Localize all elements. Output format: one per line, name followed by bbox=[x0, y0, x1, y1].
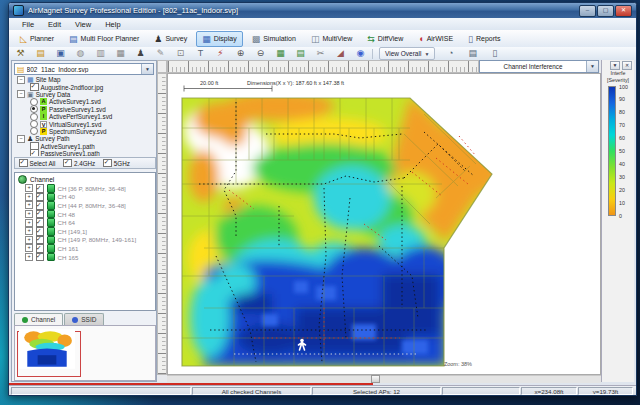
zoom-out-icon[interactable]: ⊖ bbox=[255, 48, 266, 59]
toolbar-button-diffview[interactable]: ⇆DiffView bbox=[361, 31, 409, 47]
channel-label: CH 161 bbox=[58, 245, 79, 252]
expand-toggle[interactable] bbox=[25, 201, 33, 209]
channel-label: CH [149 P, 80MHz, 149-161] bbox=[58, 236, 137, 243]
channel-list: CH [36 P, 80MHz, 36-48]CH 40CH [44 P, 80… bbox=[15, 184, 155, 261]
checkbox[interactable] bbox=[30, 83, 39, 92]
compass-icon[interactable]: ◔ bbox=[445, 48, 456, 59]
channel-root[interactable]: Channel bbox=[15, 173, 155, 184]
toolbar-button-multi-floor-planner[interactable]: ▤Multi Floor Planner bbox=[63, 31, 145, 47]
expand-toggle[interactable] bbox=[25, 244, 33, 252]
checkbox[interactable] bbox=[103, 159, 112, 168]
survey-icon: ♟ bbox=[154, 34, 162, 44]
survey-data-icon: ▣ bbox=[27, 91, 34, 98]
scissors-icon[interactable]: ✂ bbox=[315, 48, 326, 59]
status-selected-aps: Selected APs: 12 bbox=[312, 387, 441, 395]
expand-toggle[interactable] bbox=[17, 76, 25, 84]
expand-toggle[interactable] bbox=[25, 236, 33, 244]
print-map-icon[interactable]: ▤ bbox=[467, 48, 478, 59]
alert-icon[interactable]: ⚡ bbox=[215, 48, 226, 59]
channel-item[interactable]: CH 165 bbox=[15, 253, 155, 262]
filter-2-4ghz[interactable]: 2.4GHz bbox=[63, 159, 95, 168]
expand-toggle[interactable] bbox=[17, 135, 25, 143]
close-button[interactable]: ✕ bbox=[615, 5, 632, 17]
zoom-in-icon[interactable]: ⊕ bbox=[235, 48, 246, 59]
maximize-button[interactable]: ▢ bbox=[597, 5, 614, 17]
tools-icon[interactable]: ⚒ bbox=[15, 48, 26, 59]
menu-file[interactable]: File bbox=[15, 20, 41, 29]
tree-item-label: ActiveSurvey1.path bbox=[41, 143, 95, 150]
menu-view[interactable]: View bbox=[68, 20, 98, 29]
legend-close-button[interactable]: ✕ bbox=[622, 61, 632, 70]
tree-item-passivesurvey1-path[interactable]: PassiveSurvey1.path bbox=[14, 150, 156, 156]
checkbox[interactable] bbox=[36, 253, 45, 262]
toolbar-button-planner[interactable]: ◺Planner bbox=[14, 31, 60, 47]
chart-icon[interactable]: ◢ bbox=[335, 48, 346, 59]
globe2-icon[interactable]: ◉ bbox=[355, 48, 366, 59]
survey-type-badge: I bbox=[40, 113, 47, 120]
scrollbar-grip[interactable] bbox=[371, 375, 380, 383]
chevron-down-icon[interactable]: ▼ bbox=[586, 61, 598, 72]
filter-label: Select All bbox=[30, 160, 56, 167]
minimap-thumbnail[interactable] bbox=[19, 329, 75, 369]
save-icon[interactable]: ▣ bbox=[55, 48, 66, 59]
checkbox[interactable] bbox=[30, 149, 39, 156]
filter-5ghz[interactable]: 5GHz bbox=[103, 159, 130, 168]
display-mode-value: Channel Interference bbox=[480, 63, 586, 70]
expand-toggle[interactable] bbox=[17, 90, 25, 98]
expand-toggle[interactable] bbox=[25, 227, 33, 235]
horizontal-scrollbar[interactable] bbox=[167, 375, 601, 383]
expand-toggle[interactable] bbox=[25, 184, 33, 192]
view-overall-label: View Overall bbox=[385, 50, 421, 57]
chevron-down-icon[interactable]: ▼ bbox=[141, 64, 153, 74]
legend-collapse-button[interactable]: ▼ bbox=[610, 61, 620, 70]
map-canvas[interactable]: 20.00 ft Dimensions(X x Y): 187.60 ft x … bbox=[167, 73, 601, 375]
tree-item-spectrumsurvey-svd[interactable]: PSpectrumSurvey.svd bbox=[14, 128, 156, 135]
view-overall-dropdown[interactable]: View Overall ▼ bbox=[379, 47, 435, 60]
coverage-heatmap[interactable]: 20.00 ft Dimensions(X x Y): 187.60 ft x … bbox=[174, 76, 494, 372]
status-bar: All checked Channels Selected APs: 12 x=… bbox=[9, 385, 636, 396]
table-icon[interactable]: ▦ bbox=[275, 48, 286, 59]
title-bar[interactable]: AirMagnet Survey Professional Edition - … bbox=[9, 3, 636, 18]
tab-channel[interactable]: Channel bbox=[14, 313, 63, 325]
tree-item-survey-data[interactable]: ▣Survey Data bbox=[14, 91, 156, 98]
project-selector[interactable]: ▤ 802_11ac_Indoor.svp ▼ bbox=[14, 63, 154, 75]
legend-tick-label: 80 bbox=[619, 109, 625, 115]
survey-walk-icon[interactable]: ♟ bbox=[135, 48, 146, 59]
toolbar-button-survey[interactable]: ♟Survey bbox=[148, 31, 193, 47]
text-tool-icon[interactable]: T bbox=[195, 48, 206, 59]
toolbar-button-simulation[interactable]: ▩Simulation bbox=[246, 31, 302, 47]
checkbox[interactable] bbox=[63, 159, 72, 168]
checkbox[interactable] bbox=[19, 159, 28, 168]
menu-edit[interactable]: Edit bbox=[41, 20, 68, 29]
clipboard-icon[interactable]: ▯ bbox=[489, 48, 500, 59]
minimize-button[interactable]: – bbox=[579, 5, 596, 17]
tree-item-augustine-2ndfloor-jpg[interactable]: Augustine-2ndfloor.jpg bbox=[14, 83, 156, 90]
snapshot-icon[interactable]: ⊡ bbox=[175, 48, 186, 59]
expand-toggle[interactable] bbox=[25, 253, 33, 261]
filter-select-all[interactable]: Select All bbox=[19, 159, 55, 168]
expand-toggle[interactable] bbox=[25, 219, 33, 227]
toolbar-button-display[interactable]: ▦Display bbox=[196, 31, 242, 47]
toolbar-button-multiview[interactable]: ◫MultiView bbox=[305, 31, 358, 47]
tree-item-label: Augustine-2ndfloor.jpg bbox=[41, 84, 104, 91]
ruler-corner bbox=[157, 60, 167, 73]
globe-icon[interactable]: ◍ bbox=[75, 48, 86, 59]
toolbar-button-label: AirWISE bbox=[427, 35, 453, 42]
tree-item-passivesurvey1-svd[interactable]: PPassiveSurvey1.svd bbox=[14, 106, 156, 113]
menu-help[interactable]: Help bbox=[98, 20, 127, 29]
toolbar-button-label: MultiView bbox=[322, 35, 352, 42]
grid-icon[interactable]: ▤ bbox=[295, 48, 306, 59]
open-project-icon[interactable]: ▤ bbox=[35, 48, 46, 59]
toolbar-button-reports[interactable]: ▯Reports bbox=[462, 31, 506, 47]
tab-ssid[interactable]: SSID bbox=[64, 313, 104, 325]
window-layout-icon[interactable]: ▦ bbox=[115, 48, 126, 59]
expand-toggle[interactable] bbox=[25, 210, 33, 218]
toolbar-button-airwise[interactable]: ◖AirWISE bbox=[412, 31, 459, 47]
secondary-toolbar: ⚒▤▣◍▥▦♟✎⊡T⚡⊕⊖▦▤✂◢◉ View Overall ▼ ◔▤▯ bbox=[9, 47, 636, 61]
print-icon[interactable]: ▥ bbox=[95, 48, 106, 59]
legend-tick-label: 0 bbox=[619, 213, 622, 219]
pencil-icon[interactable]: ✎ bbox=[155, 48, 166, 59]
simulation-icon: ▩ bbox=[252, 34, 261, 44]
expand-toggle[interactable] bbox=[25, 193, 33, 201]
display-mode-selector[interactable]: Channel Interference ▼ bbox=[479, 60, 599, 73]
